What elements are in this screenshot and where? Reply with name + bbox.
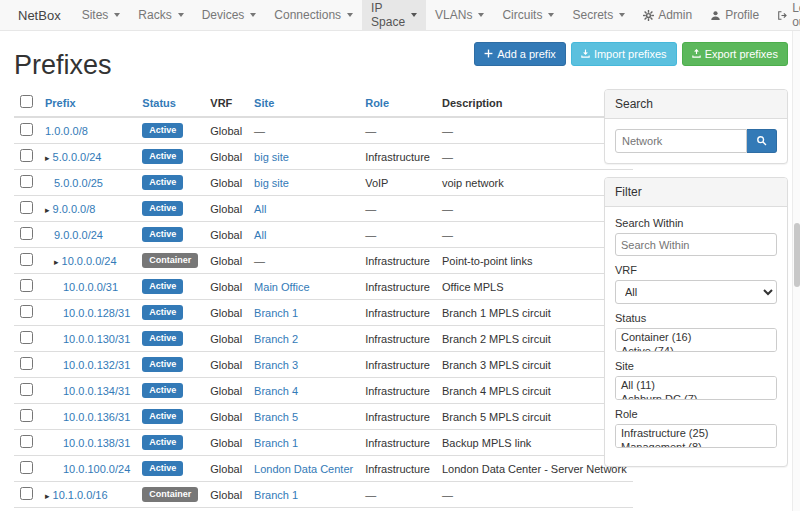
nav-admin[interactable]: Admin	[634, 0, 701, 30]
row-checkbox[interactable]	[20, 487, 33, 500]
prefix-link[interactable]: 10.1.0.0/16	[53, 489, 108, 501]
site-link[interactable]: Branch 3	[254, 359, 298, 371]
caret-right-icon[interactable]: ▸	[45, 491, 50, 501]
sort-prefix-header[interactable]: Prefix	[45, 97, 76, 109]
site-link[interactable]: Branch 1	[254, 437, 298, 449]
nav-profile[interactable]: Profile	[701, 0, 768, 30]
prefix-link[interactable]: 9.0.0.0/24	[54, 229, 103, 241]
prefix-link[interactable]: 10.0.0.136/31	[63, 411, 130, 423]
site-link[interactable]: Branch 1	[254, 489, 298, 501]
prefix-list: Prefix Status VRF Site Role Description …	[14, 89, 590, 511]
site-link[interactable]: Main Office	[254, 281, 309, 293]
status-filter-select[interactable]: Container (16)Active (74)Reserved (4)Dep…	[615, 328, 777, 352]
row-checkbox[interactable]	[20, 331, 33, 344]
row-checkbox[interactable]	[20, 123, 33, 136]
site-link[interactable]: All	[254, 203, 266, 215]
page-scrollbar[interactable]	[792, 31, 800, 511]
search-panel: Search	[604, 89, 788, 164]
row-checkbox[interactable]	[20, 227, 33, 240]
prefix-link[interactable]: 1.0.0.0/8	[45, 125, 88, 137]
select-all-checkbox[interactable]	[20, 95, 33, 108]
row-checkbox[interactable]	[20, 253, 33, 266]
scrollbar-thumb[interactable]	[794, 223, 800, 287]
nav-devices[interactable]: Devices	[193, 0, 266, 30]
prefix-link[interactable]: 10.0.0.138/31	[63, 437, 130, 449]
nav-ip-space[interactable]: IP Space	[362, 0, 426, 30]
row-checkbox[interactable]	[20, 201, 33, 214]
row-checkbox[interactable]	[20, 435, 33, 448]
nav-ip-space-label: IP Space	[371, 1, 405, 29]
add-prefix-button[interactable]: Add a prefix	[474, 42, 566, 66]
role-cell: —	[359, 222, 436, 248]
sort-status-header[interactable]: Status	[142, 97, 176, 109]
row-checkbox[interactable]	[20, 409, 33, 422]
sort-site-header[interactable]: Site	[254, 97, 274, 109]
site-link[interactable]: Branch 2	[254, 333, 298, 345]
nav-circuits[interactable]: Circuits	[493, 0, 563, 30]
row-checkbox[interactable]	[20, 305, 33, 318]
site-link[interactable]: Branch 4	[254, 385, 298, 397]
row-checkbox[interactable]	[20, 461, 33, 474]
caret-right-icon[interactable]: ▸	[45, 153, 50, 163]
role-cell: Infrastructure	[359, 456, 436, 482]
prefix-link[interactable]: 5.0.0.0/24	[53, 151, 102, 163]
export-prefixes-button[interactable]: Export prefixes	[682, 42, 788, 66]
filter-option[interactable]: Container (16)	[617, 330, 775, 344]
search-within-input[interactable]	[615, 233, 777, 256]
prefix-link[interactable]: 10.0.0.0/31	[63, 281, 118, 293]
role-cell: Infrastructure	[359, 326, 436, 352]
nav-racks[interactable]: Racks	[129, 0, 192, 30]
filter-option[interactable]: Active (74)	[617, 344, 775, 352]
prefix-link[interactable]: 10.0.0.0/24	[62, 255, 117, 267]
nav-sites[interactable]: Sites	[73, 0, 130, 30]
search-within-label: Search Within	[615, 217, 777, 229]
chevron-down-icon	[178, 13, 184, 17]
role-filter-select[interactable]: Infrastructure (25)Management (8)Private…	[615, 424, 777, 448]
site-link[interactable]: big site	[254, 151, 289, 163]
search-input[interactable]	[615, 129, 747, 153]
site-cell: Branch 1	[248, 430, 359, 456]
filter-option[interactable]: Management (8)	[617, 440, 775, 448]
status-badge: Active	[142, 279, 183, 294]
vrf-cell: Global	[204, 508, 248, 511]
site-cell: Branch 5	[248, 404, 359, 430]
row-checkbox[interactable]	[20, 279, 33, 292]
nav-vlans[interactable]: VLANs	[426, 0, 493, 30]
site-link[interactable]: Branch 1	[254, 307, 298, 319]
brand-netbox[interactable]: NetBox	[6, 0, 73, 30]
role-cell: Infrastructure	[359, 144, 436, 170]
filter-option[interactable]: All (11)	[617, 378, 775, 392]
nav-connections[interactable]: Connections	[265, 0, 362, 30]
search-button[interactable]	[747, 129, 777, 153]
chevron-down-icon	[411, 13, 417, 17]
vrf-cell: Global	[204, 300, 248, 326]
prefix-link[interactable]: 9.0.0.0/8	[53, 203, 96, 215]
site-filter-select[interactable]: All (11)Ashburn DC (7)big site (2)Branch…	[615, 376, 777, 400]
prefix-link[interactable]: 10.0.0.130/31	[63, 333, 130, 345]
import-prefixes-button[interactable]: Import prefixes	[571, 42, 677, 66]
site-cell: All	[248, 222, 359, 248]
site-link[interactable]: Branch 5	[254, 411, 298, 423]
row-checkbox[interactable]	[20, 175, 33, 188]
row-checkbox[interactable]	[20, 149, 33, 162]
site-link[interactable]: All	[254, 229, 266, 241]
row-checkbox[interactable]	[20, 357, 33, 370]
prefix-link[interactable]: 10.0.0.128/31	[63, 307, 130, 319]
site-link[interactable]: London Data Center	[254, 463, 353, 475]
prefix-link[interactable]: 10.0.100.0/24	[63, 463, 130, 475]
nav-logout[interactable]: Log out	[768, 0, 800, 30]
prefix-link[interactable]: 10.0.0.132/31	[63, 359, 130, 371]
prefix-table: Prefix Status VRF Site Role Description …	[14, 89, 633, 511]
vrf-select[interactable]: All	[615, 280, 777, 304]
prefix-link[interactable]: 5.0.0.0/25	[54, 177, 103, 189]
filter-option[interactable]: Infrastructure (25)	[617, 426, 775, 440]
caret-right-icon[interactable]: ▸	[45, 205, 50, 215]
filter-option[interactable]: Ashburn DC (7)	[617, 392, 775, 400]
prefix-link[interactable]: 10.0.0.134/31	[63, 385, 130, 397]
caret-right-icon[interactable]: ▸	[54, 257, 59, 267]
site-link[interactable]: big site	[254, 177, 289, 189]
table-row: ▸5.0.0.0/24ActiveGlobalbig siteInfrastru…	[14, 144, 633, 170]
row-checkbox[interactable]	[20, 383, 33, 396]
nav-secrets[interactable]: Secrets	[563, 0, 634, 30]
sort-role-header[interactable]: Role	[365, 97, 389, 109]
